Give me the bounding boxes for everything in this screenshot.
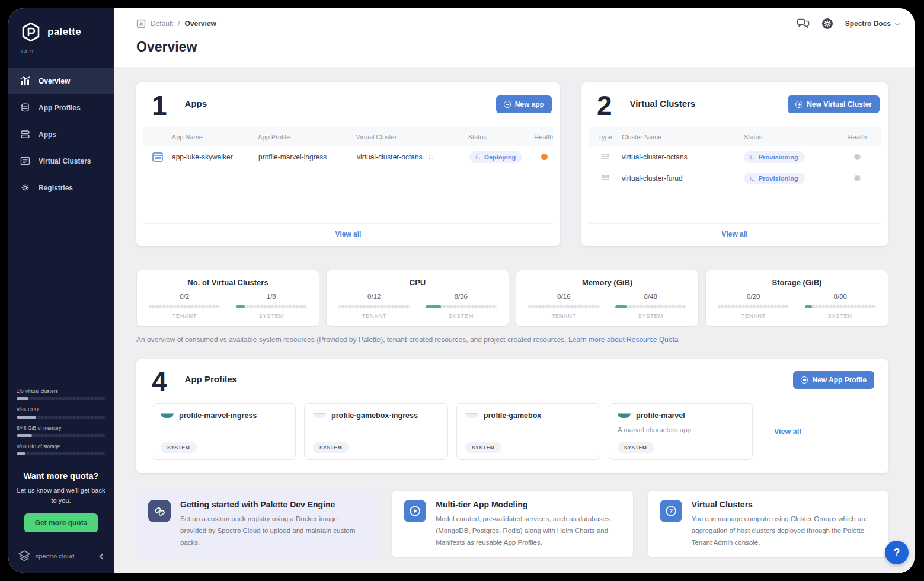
breadcrumb-separator: /: [178, 20, 180, 28]
profile-icon: [465, 413, 478, 418]
table-row[interactable]: virtual-cluster-furud Provisioning: [589, 168, 881, 189]
quota-bar: [17, 416, 105, 419]
info-card-description: Set up a custom pack registry using a Do…: [180, 513, 365, 548]
system-badge: SYSTEM: [161, 442, 197, 453]
system-value: 8/48: [615, 293, 687, 300]
profile-card[interactable]: profile-marvel A marvel characters app S…: [609, 403, 753, 460]
chevron-down-icon: [895, 20, 900, 25]
breadcrumb-page: Overview: [184, 20, 216, 28]
collapse-sidebar-icon[interactable]: [100, 553, 105, 559]
col-virtual-cluster: Virtual Cluster: [356, 133, 468, 141]
help-button[interactable]: ?: [885, 541, 909, 564]
quota-storage: 8/80 GiB of storage: [17, 443, 105, 455]
quota-bar: [17, 434, 105, 437]
quota-card-virtual-clusters: No. of Virtual Clusters 0/2TENANT 1/8SYS…: [136, 270, 319, 327]
system-bar: [805, 305, 877, 308]
tenant-value: 0/12: [338, 293, 410, 300]
database-icon: [20, 103, 30, 112]
apps-count: 1: [152, 93, 167, 119]
info-card-dev-engine[interactable]: Getting started with Palette Dev Engine …: [136, 491, 377, 557]
new-app-button-label: New app: [515, 100, 544, 108]
question-icon: ?: [664, 505, 677, 518]
new-app-button[interactable]: New app: [496, 95, 552, 113]
profile-card[interactable]: profile-marvel-ingress SYSTEM: [152, 403, 296, 460]
loading-spinner-icon: [750, 176, 755, 181]
clusters-card-title: Virtual Clusters: [630, 98, 696, 108]
clusters-view-all-link[interactable]: View all: [589, 223, 881, 246]
health-dot-orange: [541, 154, 548, 160]
quota-cpu: 8/36 CPU: [17, 407, 105, 419]
docs-dropdown[interactable]: Spectro Docs: [845, 20, 899, 28]
info-card-virtual-clusters[interactable]: ? Virtual Clusters You can manage comput…: [648, 491, 888, 557]
clusters-table: Type Cluster Name Status Health vir: [589, 127, 881, 189]
profiles-count: 4: [152, 369, 167, 395]
system-bar: [236, 305, 308, 308]
sidebar-item-registries[interactable]: Registries: [8, 174, 114, 201]
new-virtual-cluster-button[interactable]: New Virtual Cluster: [788, 95, 880, 113]
clusters-count: 2: [597, 93, 612, 119]
profiles-card-title: App Profiles: [185, 374, 237, 384]
info-card-app-modeling[interactable]: Multi-tier App Modeling Model curated, p…: [392, 491, 632, 557]
layers-icon: [20, 130, 30, 139]
bar-chart-icon: [20, 76, 30, 85]
feedback-chat-icon[interactable]: [797, 18, 810, 29]
cluster-type-icon: [600, 153, 610, 161]
new-app-profile-button[interactable]: New App Profile: [793, 371, 874, 389]
sidebar-item-app-profiles[interactable]: App Profiles: [8, 94, 114, 121]
apps-table-header: App Name App Profile Virtual Cluster Sta…: [143, 127, 553, 146]
app-table-icon: [152, 152, 163, 162]
sidebar: palette 3.4.11 Overview App Profiles: [8, 8, 114, 573]
virtual-clusters-card: 2 Virtual Clusters New Virtual Cluster T…: [581, 82, 888, 246]
apps-view-all-link[interactable]: View all: [143, 223, 553, 246]
system-label: SYSTEM: [615, 312, 687, 319]
info-card-title: Multi-tier App Modeling: [436, 500, 621, 509]
quota-promo-subtitle: Let us know and we'll get back to you.: [14, 486, 108, 505]
col-health: Health: [834, 133, 881, 141]
quota-card-memory: Memory (GiB) 0/16TENANT 8/48SYSTEM: [516, 270, 699, 327]
sidebar-item-label: Registries: [39, 184, 73, 192]
docs-dropdown-label: Spectro Docs: [845, 20, 891, 28]
tenant-label: TENANT: [528, 312, 600, 319]
cluster-status-cell: Provisioning: [744, 173, 834, 184]
profiles-view-all-link[interactable]: View all: [774, 427, 801, 436]
get-more-quota-button[interactable]: Get more quota: [24, 513, 98, 532]
quota-virtual-clusters: 1/8 Virtual clusters: [17, 388, 105, 400]
sidebar-item-apps[interactable]: Apps: [8, 121, 114, 148]
apps-table: App Name App Profile Virtual Cluster Sta…: [143, 127, 553, 177]
quota-card-title: Memory (GiB): [528, 278, 686, 287]
tenant-value: 0/16: [528, 293, 600, 300]
apps-card-title: Apps: [185, 98, 207, 108]
system-badge: SYSTEM: [618, 442, 654, 453]
table-row[interactable]: virtual-cluster-octans Provisioning: [589, 146, 881, 168]
tenant-value: 0/2: [149, 293, 220, 300]
quota-bar: [17, 452, 105, 455]
profile-card[interactable]: profile-gamebox-ingress SYSTEM: [304, 403, 448, 460]
plus-circle-icon: [504, 101, 511, 108]
profile-icon: [618, 413, 631, 418]
table-row[interactable]: app-luke-skywalker profile-marvel-ingres…: [143, 146, 553, 168]
profile-name: profile-marvel-ingress: [179, 411, 257, 420]
col-status: Status: [744, 133, 834, 141]
new-app-profile-button-label: New App Profile: [812, 376, 867, 384]
profile-name: profile-gamebox-ingress: [331, 411, 418, 420]
breadcrumb-project[interactable]: Default: [151, 20, 173, 28]
profile-card[interactable]: profile-gamebox SYSTEM: [456, 403, 600, 460]
gear-icon: [20, 183, 30, 192]
plus-circle-icon: [795, 101, 802, 108]
tenant-value: 0/20: [718, 293, 789, 300]
sidebar-item-overview[interactable]: Overview: [8, 68, 114, 94]
main-area: Default / Overview: [114, 8, 915, 573]
sidebar-item-virtual-clusters[interactable]: Virtual Clusters: [8, 148, 114, 174]
tenant-label: TENANT: [149, 312, 220, 319]
quota-card-storage: Storage (GiB) 0/20TENANT 8/80SYSTEM: [705, 270, 888, 327]
loading-spinner-icon: [429, 155, 433, 159]
resource-quota-link[interactable]: Learn more about Resource Quota: [568, 336, 678, 344]
profile-name: profile-marvel: [636, 411, 685, 420]
quota-memory: 8/48 GiB of memory: [17, 425, 105, 437]
content: 1 Apps New app App Name App Profile Virt…: [114, 67, 915, 573]
profile-icon: [161, 413, 174, 418]
system-value: 8/36: [426, 293, 497, 300]
settings-gear-icon[interactable]: [821, 18, 833, 30]
col-app-name: App Name: [172, 133, 258, 141]
breadcrumb: Default / Overview: [136, 19, 216, 28]
